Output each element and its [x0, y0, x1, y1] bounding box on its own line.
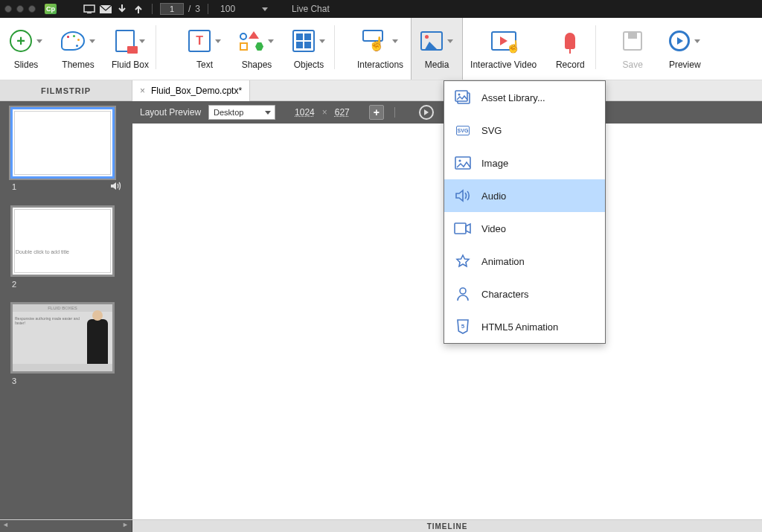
animation-icon — [455, 254, 471, 269]
filmstrip-panel: 1 Double click to add title 2 FLUID BOXE… — [0, 101, 132, 519]
objects-label: Objects — [294, 60, 324, 70]
menu-item-label: SVG — [481, 125, 502, 136]
menu-item-label: HTML5 Animation — [481, 321, 558, 333]
slide2-placeholder: Double click to add title — [13, 208, 112, 254]
chevron-down-icon — [447, 39, 453, 43]
chevron-down-icon — [694, 39, 700, 43]
svg-rect-0 — [84, 5, 95, 12]
window-min-dot[interactable] — [16, 5, 24, 13]
menu-item-label: Image — [481, 158, 508, 169]
preview-button[interactable]: Preview — [659, 18, 711, 80]
palette-icon — [61, 31, 85, 51]
shapes-label: Shapes — [242, 60, 272, 70]
html5-icon: 5 — [455, 319, 471, 334]
shapes-icon — [240, 31, 263, 51]
text-button[interactable]: T Text — [179, 18, 231, 80]
media-label: Media — [425, 60, 449, 70]
record-label: Record — [556, 60, 585, 70]
upload-arrow-icon[interactable] — [132, 4, 144, 14]
menu-item-label: Asset Library... — [481, 92, 545, 103]
chevron-down-icon — [215, 39, 221, 43]
media-button[interactable]: Media — [411, 18, 463, 80]
device-select[interactable]: Desktop — [208, 105, 275, 120]
mail-icon[interactable] — [100, 4, 112, 14]
video-icon — [455, 221, 471, 236]
plus-icon — [10, 30, 32, 52]
slide-thumb-1[interactable] — [10, 107, 115, 179]
media-menu-characters[interactable]: Characters — [444, 278, 605, 310]
canvas-height[interactable]: 627 — [335, 107, 350, 118]
filmstrip-header: FILMSTRIP — [0, 80, 132, 100]
media-menu-asset-library[interactable]: Asset Library... — [444, 81, 605, 114]
slide3-text: Responsive authoring made easier and fas… — [13, 312, 83, 364]
slide-thumb-2[interactable]: Double click to add title — [10, 205, 115, 277]
file-tab[interactable]: × Fluid_Box_Demo.cptx* — [132, 80, 250, 101]
text-icon: T — [188, 30, 211, 52]
timeline-toggle[interactable]: TIMELINE — [132, 520, 762, 532]
save-icon — [623, 31, 642, 51]
themes-label: Themes — [62, 60, 94, 70]
slides-label: Slides — [14, 60, 39, 70]
zoom-value[interactable]: 100 — [220, 4, 235, 14]
slide-number: 2 — [12, 280, 16, 289]
filmstrip-scrollbar[interactable] — [0, 520, 132, 532]
screen-icon[interactable] — [83, 4, 95, 14]
objects-icon — [292, 30, 315, 52]
objects-button[interactable]: Objects — [283, 18, 335, 80]
characters-icon — [455, 286, 471, 301]
window-max-dot[interactable] — [28, 5, 36, 13]
slide-thumb-3[interactable]: FLUID BOXES Responsive authoring made ea… — [10, 302, 115, 374]
svg-point-7 — [458, 159, 461, 161]
asset-library-icon — [455, 90, 471, 105]
record-button[interactable]: Record — [544, 18, 596, 80]
svg-icon: SVG — [455, 123, 471, 138]
slides-button[interactable]: Slides — [0, 18, 52, 80]
svg-rect-8 — [455, 223, 466, 234]
chevron-down-icon — [268, 39, 274, 43]
media-menu-svg[interactable]: SVG SVG — [444, 114, 605, 147]
record-icon — [565, 33, 575, 49]
interactions-icon: ☝ — [362, 30, 388, 52]
chevron-down-icon — [139, 39, 145, 43]
play-button[interactable] — [419, 105, 434, 120]
menu-item-label: Video — [481, 223, 506, 234]
image-icon — [455, 156, 471, 170]
zoom-dropdown-icon[interactable] — [262, 7, 268, 11]
canvas-width[interactable]: 1024 — [295, 107, 315, 118]
media-menu-html5-animation[interactable]: 5 HTML5 Animation — [444, 310, 605, 343]
interactive-video-button[interactable]: Interactive Video — [463, 18, 544, 80]
chevron-down-icon — [392, 39, 398, 43]
shapes-button[interactable]: Shapes — [231, 18, 283, 80]
menu-item-label: Animation — [481, 256, 525, 267]
speaker-icon — [455, 188, 471, 203]
preview-label: Preview — [669, 60, 701, 70]
fluid-box-icon — [115, 30, 135, 52]
media-menu-audio[interactable]: Audio — [444, 179, 605, 212]
live-chat-link[interactable]: Live Chat — [292, 4, 330, 14]
media-menu-image[interactable]: Image — [444, 147, 605, 179]
interactions-button[interactable]: ☝ Interactions — [350, 18, 411, 80]
close-tab-icon[interactable]: × — [140, 86, 145, 96]
themes-button[interactable]: Themes — [52, 18, 104, 80]
media-icon — [420, 31, 443, 51]
window-close-dot[interactable] — [4, 5, 12, 13]
slide3-person — [83, 312, 112, 364]
times-icon: × — [322, 107, 327, 118]
interactive-video-label: Interactive Video — [470, 60, 537, 70]
chevron-down-icon — [36, 39, 42, 43]
page-current-input[interactable]: 1 — [160, 3, 184, 15]
download-arrow-icon[interactable] — [116, 4, 128, 14]
media-menu-animation[interactable]: Animation — [444, 245, 605, 278]
chevron-down-icon — [319, 39, 325, 43]
add-breakpoint-button[interactable]: + — [369, 105, 384, 120]
media-menu-video[interactable]: Video — [444, 212, 605, 245]
fluid-box-label: Fluid Box — [112, 60, 149, 70]
layout-preview-label: Layout Preview — [140, 107, 201, 118]
file-tab-name: Fluid_Box_Demo.cptx* — [151, 86, 242, 96]
preview-icon — [669, 31, 690, 51]
interactions-label: Interactions — [357, 60, 403, 70]
fluid-box-button[interactable]: Fluid Box — [104, 18, 156, 80]
slide-number: 3 — [12, 376, 16, 385]
slide-number: 1 — [12, 182, 16, 191]
save-label: Save — [623, 60, 643, 70]
